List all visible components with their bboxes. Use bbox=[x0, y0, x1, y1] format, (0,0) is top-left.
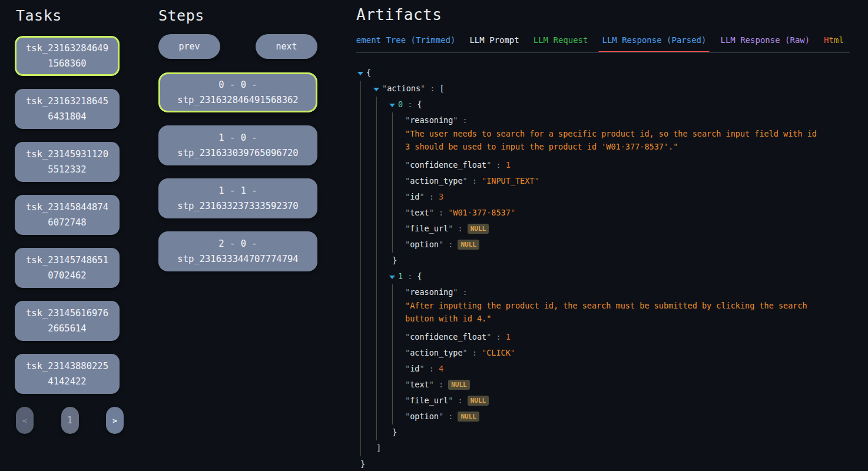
steps-title: Steps bbox=[158, 7, 317, 24]
tab-label-part: (Raw) bbox=[844, 35, 850, 45]
json-quote: " bbox=[405, 332, 410, 341]
task-item[interactable]: tsk_231456169762665614 bbox=[15, 301, 120, 341]
json-punct: : bbox=[491, 332, 505, 341]
step-item[interactable]: 1 - 0 - stp_231633039765096720 bbox=[158, 125, 317, 165]
tab-llm-prompt[interactable]: LLM Prompt bbox=[462, 35, 526, 52]
json-number-value: 1 bbox=[506, 160, 511, 170]
json-brace: } bbox=[392, 256, 397, 265]
tasks-panel: Tasks tsk_231632846491568360tsk_23163218… bbox=[15, 7, 124, 434]
json-quote: " bbox=[419, 192, 424, 201]
json-number-value: 4 bbox=[439, 364, 443, 373]
json-row: } bbox=[392, 424, 850, 440]
task-item[interactable]: tsk_231632186456431804 bbox=[15, 89, 120, 129]
json-null-badge: NULL bbox=[458, 240, 479, 250]
collapse-toggle-icon[interactable] bbox=[357, 72, 363, 75]
step-item[interactable]: 2 - 0 - stp_231633344707774794 bbox=[158, 231, 317, 271]
json-quote: " bbox=[405, 176, 410, 185]
steps-prev-button[interactable]: prev bbox=[158, 34, 220, 59]
json-row: } bbox=[360, 456, 850, 471]
json-key: file_url bbox=[410, 396, 448, 405]
json-quote: " bbox=[439, 240, 443, 249]
json-punct: : bbox=[443, 240, 458, 249]
json-key: id bbox=[410, 192, 419, 201]
json-key: file_url bbox=[410, 224, 448, 233]
json-quote: " bbox=[535, 176, 539, 185]
json-children: 0 : {"reasoning" : "The user needs to se… bbox=[376, 97, 850, 440]
json-brace: { bbox=[366, 68, 371, 77]
pagination-next-button[interactable]: > bbox=[106, 407, 124, 434]
json-quote: " bbox=[511, 208, 515, 217]
json-row: "option" : NULL bbox=[405, 409, 850, 424]
task-item[interactable]: tsk_231632846491568360 bbox=[15, 36, 120, 76]
tasks-title: Tasks bbox=[16, 7, 124, 24]
pagination-page-1-button[interactable]: 1 bbox=[61, 407, 79, 434]
json-quote: " bbox=[405, 240, 410, 249]
json-punct: : bbox=[434, 208, 448, 217]
json-string-value: "The user needs to search for a specific… bbox=[405, 127, 824, 153]
json-string-value: "After inputting the product id, the sea… bbox=[405, 299, 824, 325]
json-null-badge: NULL bbox=[468, 224, 489, 234]
task-list: tsk_231632846491568360tsk_23163218645643… bbox=[15, 36, 124, 394]
tab-llm-request[interactable]: LLM Request bbox=[526, 35, 595, 52]
json-quote: " bbox=[405, 192, 410, 201]
json-key: action_type bbox=[410, 176, 462, 185]
pagination-prev-button[interactable]: < bbox=[16, 407, 34, 434]
json-punct: : bbox=[468, 176, 482, 185]
steps-next-button[interactable]: next bbox=[256, 34, 317, 59]
task-item[interactable]: tsk_231459311205512332 bbox=[15, 142, 120, 182]
json-row: "option" : NULL bbox=[405, 237, 850, 253]
json-punct: : bbox=[458, 287, 472, 297]
json-brace: [ bbox=[440, 84, 445, 93]
json-string-value: CLICK bbox=[486, 348, 511, 357]
json-brace: } bbox=[392, 427, 397, 437]
json-quote: " bbox=[439, 412, 443, 421]
task-item[interactable]: tsk_231438802254142422 bbox=[15, 354, 120, 394]
step-item[interactable]: 1 - 1 - stp_231633237333592370 bbox=[158, 178, 317, 218]
json-punct: : bbox=[491, 160, 505, 170]
step-item[interactable]: 0 - 0 - stp_231632846491568362 bbox=[158, 72, 317, 112]
json-row: "file_url" : NULL bbox=[405, 221, 850, 237]
artifacts-title: Artifacts bbox=[356, 6, 850, 24]
json-row: "action_type" : "CLICK" bbox=[405, 345, 850, 361]
json-row: "id" : 4 bbox=[405, 361, 850, 377]
artifacts-tabbar: Element Tree (Trimmed)LLM PromptLLM Requ… bbox=[356, 35, 850, 53]
json-row: } bbox=[392, 253, 850, 268]
json-punct: : bbox=[425, 192, 439, 201]
app-root: Tasks tsk_231632846491568360tsk_23163218… bbox=[0, 0, 868, 471]
json-null-badge: NULL bbox=[448, 380, 470, 390]
json-array-index: 0 bbox=[398, 99, 403, 109]
collapse-toggle-icon[interactable] bbox=[389, 276, 395, 279]
steps-panel: Steps prev next 0 - 0 - stp_231632846491… bbox=[158, 7, 317, 284]
json-key: text bbox=[410, 380, 429, 389]
json-punct: : bbox=[425, 84, 439, 93]
tab-llm-response-raw[interactable]: LLM Response (Raw) bbox=[713, 35, 817, 52]
json-brace: { bbox=[418, 271, 422, 281]
json-key: id bbox=[410, 364, 419, 373]
json-quote: " bbox=[463, 176, 468, 185]
json-row: 1 : { bbox=[389, 268, 850, 284]
json-punct: : bbox=[434, 380, 448, 389]
tab-llm-response-parsed[interactable]: LLM Response (Parsed) bbox=[595, 35, 713, 52]
json-number-value: 3 bbox=[439, 192, 443, 201]
collapse-toggle-icon[interactable] bbox=[373, 88, 379, 91]
json-number-value: 1 bbox=[506, 332, 511, 341]
json-row: "action_type" : "INPUT_TEXT" bbox=[405, 173, 850, 189]
json-children: "reasoning" : "The user needs to search … bbox=[392, 112, 850, 253]
json-key: option bbox=[410, 240, 439, 249]
json-array-index: 1 bbox=[398, 271, 403, 281]
json-row: 0 : { bbox=[389, 97, 850, 112]
task-item[interactable]: tsk_231458448746072748 bbox=[15, 195, 120, 235]
json-quote: " bbox=[405, 380, 410, 389]
json-row: "actions" : [ bbox=[373, 81, 850, 97]
json-key: action_type bbox=[410, 348, 462, 357]
collapse-toggle-icon[interactable] bbox=[389, 104, 395, 107]
json-row: ] bbox=[376, 440, 850, 456]
json-punct: : bbox=[425, 364, 439, 373]
tab-html-raw[interactable]: Html (Raw) bbox=[817, 35, 850, 52]
task-item[interactable]: tsk_231457486510702462 bbox=[15, 248, 120, 288]
json-children: "actions" : [0 : {"reasoning" : "The use… bbox=[360, 81, 850, 456]
json-quote: " bbox=[429, 380, 434, 389]
step-list: 0 - 0 - stp_2316328464915683621 - 0 - st… bbox=[158, 72, 317, 271]
tab-element-tree-trimmed[interactable]: Element Tree (Trimmed) bbox=[356, 35, 462, 52]
json-quote: " bbox=[405, 287, 410, 297]
